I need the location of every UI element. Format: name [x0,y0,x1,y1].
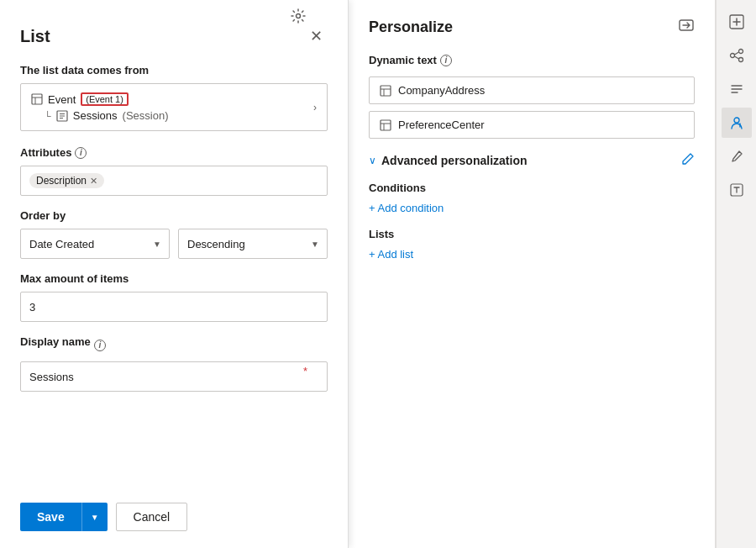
dynamic-item-icon-1 [380,119,391,131]
svg-point-18 [730,54,734,58]
personalize-sidebar-button[interactable] [722,108,752,138]
personalize-header: Personalize [369,17,695,37]
session-sub: (Session) [123,109,169,122]
dialog-header: List ✕ [20,25,328,47]
event-badge: (Event 1) [81,92,129,106]
chevron-right-icon: › [313,102,317,113]
personalize-panel: Personalize Dynamic text i CompanyAddres… [349,0,716,548]
dynamic-text-info-icon[interactable]: i [440,55,452,66]
edit-icon[interactable] [681,152,695,168]
connections-sidebar-button[interactable] [722,40,752,71]
datasource-box[interactable]: Event (Event 1) └ Sessions (Session) › [20,83,328,131]
order-by-select[interactable]: Date Created Name Created By [20,229,170,259]
display-name-label: Display name [20,335,91,348]
datasource-content: Event (Event 1) └ Sessions (Session) [31,92,168,122]
add-list-link[interactable]: + Add list [369,248,413,261]
svg-rect-9 [381,86,391,96]
max-label: Max amount of items [20,272,328,285]
personalize-title: Personalize [369,18,453,36]
svg-rect-1 [32,94,42,104]
icon-sidebar [716,0,756,548]
attributes-info-icon[interactable]: i [75,147,87,159]
brush-sidebar-button[interactable] [722,141,752,171]
order-by-wrapper: Date Created Name Created By ▼ [20,229,170,259]
close-button[interactable]: ✕ [305,25,328,47]
save-button-group: Save ▼ [20,503,108,531]
svg-point-19 [738,50,743,54]
dynamic-item-icon-0 [380,85,391,97]
tag-remove-button[interactable]: ✕ [90,176,97,187]
display-name-info-icon[interactable]: i [94,340,106,351]
svg-point-20 [738,58,743,62]
session-row: └ Sessions (Session) [31,109,168,122]
dialog-footer: Save ▼ Cancel [20,494,328,531]
required-star: * [303,365,307,377]
list-dialog: List ✕ The list data comes from Event (E… [0,0,349,548]
cancel-button[interactable]: Cancel [116,503,188,531]
text-sidebar-button[interactable] [722,175,752,205]
dynamic-item-label-0: CompanyAddress [398,84,485,97]
order-dir-wrapper: Descending Ascending ▼ [178,229,328,259]
add-condition-link[interactable]: + Add condition [369,202,444,214]
svg-line-21 [734,52,738,55]
display-name-label-row: Display name i [20,335,328,355]
advanced-title-row: ∨ Advanced personalization [369,154,527,167]
advanced-header: ∨ Advanced personalization [369,152,695,168]
gear-icon[interactable] [291,8,306,27]
lists-section: Lists + Add list [369,228,695,261]
advanced-section: ∨ Advanced personalization Conditions + … [369,152,695,261]
dynamic-text-label-text: Dynamic text [369,54,437,66]
display-name-wrapper: * [20,361,328,392]
dynamic-item-1[interactable]: PreferenceCenter [369,111,695,139]
save-button[interactable]: Save [20,503,81,531]
svg-point-0 [297,14,301,18]
order-dir-select[interactable]: Descending Ascending [178,229,328,259]
save-dropdown-button[interactable]: ▼ [81,503,108,531]
tag-label: Description [36,175,87,187]
datasource-label: The list data comes from [20,64,328,76]
event-row: Event (Event 1) [31,92,168,106]
order-label: Order by [20,209,328,222]
advanced-chevron-icon[interactable]: ∨ [369,155,376,166]
advanced-title: Advanced personalization [381,154,527,167]
list-datasource-icon [56,110,68,122]
svg-point-26 [734,118,739,123]
forward-icon[interactable] [678,17,695,37]
max-input[interactable] [20,292,328,322]
session-label: Sessions [73,109,118,122]
dialog-title: List [20,27,50,46]
lists-label: Lists [369,228,695,240]
attribute-tag: Description ✕ [29,173,104,188]
dynamic-item-label-1: PreferenceCenter [398,119,485,131]
svg-line-22 [734,56,738,59]
conditions-label: Conditions [369,182,695,194]
attributes-label-text: Attributes [20,146,71,159]
event-label: Event [48,93,76,106]
dynamic-item-0[interactable]: CompanyAddress [369,76,695,104]
add-sidebar-button[interactable] [722,7,752,37]
display-name-input[interactable] [20,361,328,392]
order-row: Date Created Name Created By ▼ Descendin… [20,229,328,259]
table-icon [31,93,43,105]
svg-rect-12 [381,120,391,130]
attributes-section: Attributes i [20,146,328,159]
list-sidebar-button[interactable] [722,74,752,104]
dynamic-text-label: Dynamic text i [369,54,695,66]
attributes-input[interactable]: Description ✕ [20,166,328,196]
